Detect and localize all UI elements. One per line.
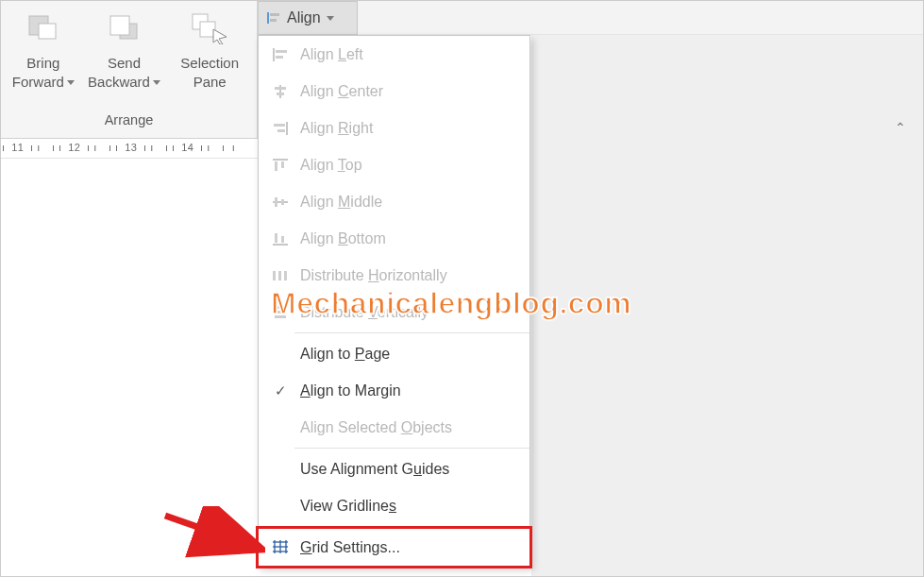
menu-item-label: Align Selected Objects [294,419,520,436]
menu-item-dist-horiz: Distribute Horizontally [259,257,529,294]
menu-item-label: Align Middle [294,194,520,211]
svg-rect-19 [275,161,277,171]
selection-pane-button[interactable]: SelectionPane [164,5,255,91]
svg-rect-20 [281,161,284,168]
bring-forward-label: BringForward [12,55,64,90]
align-menu: Align LeftAlign CenterAlign RightAlign T… [258,35,530,567]
dist-v-icon [266,301,294,324]
svg-rect-16 [274,124,285,127]
menu-item-align-center: Align Center [259,73,529,110]
bring-forward-icon [27,8,59,48]
menu-item-dist-vert: Distribute Vertically [259,294,529,331]
svg-rect-32 [275,315,286,318]
svg-rect-30 [275,306,286,309]
send-backward-icon [109,8,141,48]
dist-h-icon [266,264,294,287]
blank-icon [266,495,294,518]
document-body[interactable] [1,159,258,576]
menu-item-align-page[interactable]: Align to Page [259,335,529,372]
menu-item-label: Align Bottom [294,230,520,247]
dropdown-caret-icon [327,16,334,21]
menu-item-align-right: Align Right [259,110,529,146]
bring-forward-button[interactable]: BringForward [3,5,84,91]
menu-item-align-top: Align Top [259,146,529,183]
menu-item-label: Align Left [294,46,520,63]
selection-pane-icon [191,8,228,48]
menu-item-label: View Gridlines [294,498,520,515]
dropdown-caret-icon [153,80,160,85]
menu-item-label: Align to Margin [294,382,520,399]
svg-rect-17 [277,129,285,132]
blank-icon [266,416,294,439]
align-button-label: Align [287,9,321,26]
menu-item-label: Grid Settings... [294,539,520,556]
svg-rect-22 [275,197,277,207]
svg-rect-29 [284,271,287,280]
send-backward-button[interactable]: SendBackward [84,5,165,91]
svg-rect-26 [281,236,284,243]
align-center-icon [266,80,294,103]
menu-item-label: Use Alignment Guides [294,461,520,478]
ribbon-background [358,1,923,35]
menu-item-align-bottom: Align Bottom [259,220,529,257]
send-backward-label: SendBackward [88,55,150,90]
blank-icon [266,458,294,481]
menu-item-use-guides[interactable]: Use Alignment Guides [259,450,529,487]
svg-rect-7 [270,13,279,16]
menu-item-grid-settings[interactable]: Grid Settings... [259,529,529,566]
svg-rect-28 [278,271,281,280]
align-icon [266,10,281,25]
align-middle-icon [266,191,294,213]
svg-rect-25 [275,233,277,243]
check-icon: ✓ [266,380,294,402]
svg-rect-1 [39,24,56,39]
svg-rect-11 [276,56,283,59]
menu-item-align-middle: Align Middle [259,183,529,220]
svg-rect-14 [277,93,284,95]
menu-separator [294,526,529,527]
menu-item-label: Align to Page [294,346,520,363]
document-margin-area [531,35,923,576]
svg-rect-3 [110,16,129,35]
svg-rect-8 [270,19,277,22]
align-bottom-icon [266,228,294,250]
svg-rect-27 [273,271,276,280]
collapse-ribbon-icon[interactable]: ⌃ [895,120,906,135]
ribbon-arrange-group: BringForward SendBackward SelectionPane … [1,1,258,138]
menu-separator [294,332,529,333]
svg-rect-10 [276,50,287,53]
svg-rect-23 [281,199,284,205]
grid-icon [266,536,294,559]
align-right-icon [266,117,294,140]
menu-item-label: Align Top [294,157,520,174]
svg-rect-31 [275,311,286,314]
align-left-icon [266,43,294,66]
menu-item-label: Align Right [294,120,520,137]
horizontal-ruler[interactable]: ı ı 11 ı ı ı ı 12 ı ı ı ı 13 ı ı ı ı 14 … [1,138,258,159]
menu-item-align-objs: Align Selected Objects [259,409,529,446]
menu-item-label: Distribute Vertically [294,304,520,321]
menu-item-label: Align Center [294,83,520,100]
menu-item-view-grid[interactable]: View Gridlines [259,487,529,524]
align-top-icon [266,154,294,177]
menu-separator [294,448,529,449]
selection-pane-label: SelectionPane [180,55,239,90]
menu-item-align-margin[interactable]: ✓Align to Margin [259,372,529,409]
ribbon-group-label: Arrange [1,112,257,131]
align-dropdown-button[interactable]: Align [258,1,358,35]
dropdown-caret-icon [67,80,75,85]
menu-item-label: Distribute Horizontally [294,267,520,284]
menu-item-align-left: Align Left [259,36,529,73]
svg-rect-13 [275,87,286,90]
blank-icon [266,343,294,365]
